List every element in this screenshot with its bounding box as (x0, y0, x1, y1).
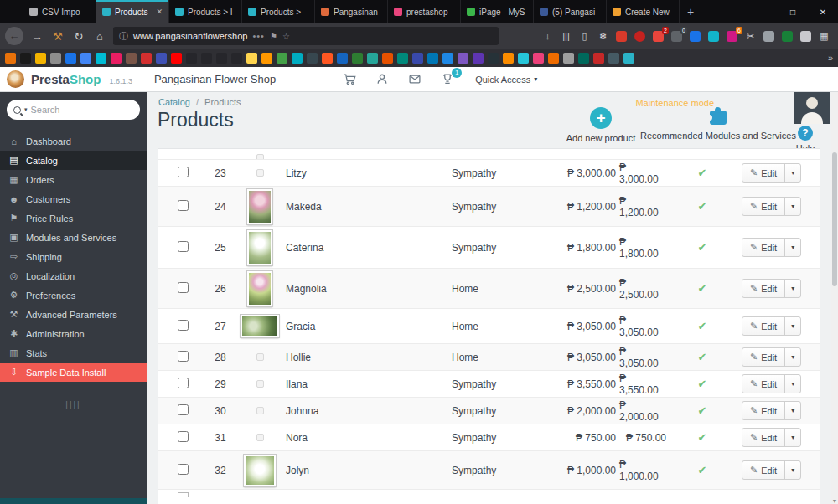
bookmark-icon[interactable] (261, 53, 272, 64)
edit-button[interactable]: ✎Edit ▾ (742, 279, 801, 298)
bookmark-icon[interactable] (307, 53, 318, 64)
minimize-button[interactable]: — (747, 0, 778, 23)
edit-dropdown-caret-icon[interactable]: ▾ (784, 198, 800, 215)
scrollbar-thumb[interactable] (832, 152, 837, 286)
browser-tab[interactable]: (5) Pangasi (534, 0, 607, 23)
pdf-icon[interactable] (616, 31, 627, 42)
bookmark-icon[interactable] (111, 53, 122, 64)
printer-ext-icon[interactable] (800, 31, 811, 42)
sidebar-item-catalog[interactable]: ▤ Catalog (0, 151, 147, 170)
row-checkbox[interactable] (178, 167, 189, 177)
bookmark-icon[interactable] (20, 53, 31, 64)
bookmark-icon[interactable] (442, 53, 453, 64)
sidebar-item-shipping[interactable]: ⇨ Shipping (0, 247, 147, 266)
site-info-icon[interactable]: ⓘ (119, 30, 128, 43)
bookmark-icon[interactable] (186, 53, 197, 64)
browser-tab[interactable]: iPage - MyS (461, 0, 534, 23)
edit-dropdown-caret-icon[interactable]: ▾ (784, 375, 800, 393)
row-checkbox[interactable] (178, 241, 189, 252)
scroll-down-arrow-icon[interactable]: ▼ (831, 498, 838, 504)
row-checkbox[interactable] (178, 351, 189, 362)
refresh-icon[interactable]: ↻ (71, 30, 86, 43)
blue-ext-icon[interactable] (690, 31, 701, 42)
bookmark-icon[interactable] (337, 53, 348, 64)
shop-name[interactable]: Pangasinan Flower Shop (154, 73, 276, 85)
sidebar-item-advanced-parameters[interactable]: ⚒ Advanced Parameters (0, 305, 147, 324)
edit-dropdown-caret-icon[interactable]: ▾ (784, 164, 800, 182)
edit-button[interactable]: ✎Edit ▾ (742, 428, 801, 447)
devtools-icon[interactable]: ⚒ (50, 30, 65, 43)
bookmark-icon[interactable] (50, 53, 61, 64)
recommended-modules-button[interactable]: Recommended Modules and Services (639, 111, 797, 141)
bookmark-icon[interactable] (126, 53, 137, 64)
edit-button[interactable]: ✎Edit ▾ (742, 347, 801, 367)
edit-button[interactable]: ✎Edit ▾ (742, 460, 801, 480)
sidebar-collapse-handle[interactable]: |||| (0, 400, 147, 409)
bookmark-icon[interactable] (382, 53, 393, 64)
bookmark-icon[interactable] (503, 53, 514, 64)
bookmark-icon[interactable] (608, 53, 619, 64)
edit-dropdown-caret-icon[interactable]: ▾ (784, 429, 800, 446)
bookmark-icon[interactable] (231, 53, 242, 64)
bookmark-icon[interactable] (518, 53, 529, 64)
bookmark-icon[interactable] (246, 53, 257, 64)
home-icon[interactable]: ⌂ (92, 30, 107, 43)
edit-button[interactable]: ✎Edit ▾ (742, 163, 801, 183)
badges-icon[interactable]: 1 (441, 73, 455, 85)
grid-ext-icon[interactable]: ▦ (819, 31, 830, 42)
bookmark-icon[interactable] (65, 53, 76, 64)
edit-button[interactable]: ✎Edit ▾ (742, 197, 801, 216)
green-ext-icon[interactable] (782, 31, 793, 42)
quick-access-dropdown[interactable]: Quick Access ▾ (475, 75, 537, 85)
browser-tab[interactable]: Products ✕ (96, 0, 169, 23)
edit-button[interactable]: ✎Edit ▾ (742, 374, 801, 393)
library-icon[interactable]: ||| (561, 31, 572, 42)
edit-button[interactable]: ✎Edit ▾ (742, 316, 801, 336)
bookmark-icon[interactable] (171, 53, 182, 64)
sidebar-item-preferences[interactable]: ⚙ Preferences (0, 285, 147, 305)
page-actions-icon[interactable]: ••• (252, 31, 265, 41)
cart-icon[interactable] (343, 73, 357, 85)
row-checkbox[interactable] (178, 404, 189, 415)
bookmarks-overflow-icon[interactable]: » (828, 53, 833, 63)
bookmark-icon[interactable] (201, 53, 212, 64)
bookmark-icon[interactable] (367, 53, 378, 64)
bookmark-icon[interactable] (488, 53, 499, 64)
sidebar-item-localization[interactable]: ◎ Localization (0, 266, 147, 285)
notifier-icon[interactable]: 2 (653, 31, 664, 42)
employee-avatar[interactable] (794, 92, 830, 124)
browser-tab[interactable]: prestashop (388, 0, 461, 23)
edit-dropdown-caret-icon[interactable]: ▾ (784, 461, 800, 479)
messages-icon[interactable] (408, 73, 422, 85)
browser-tab[interactable]: Create New (607, 0, 680, 23)
bookmark-icon[interactable] (292, 53, 303, 64)
bookmark-icon[interactable] (5, 53, 16, 64)
vertical-scrollbar[interactable]: ▼ (831, 92, 838, 504)
sidebar-item-stats[interactable]: ▥ Stats (0, 343, 147, 363)
bookmark-icon[interactable] (352, 53, 363, 64)
row-checkbox[interactable] (178, 320, 189, 331)
edit-dropdown-caret-icon[interactable]: ▾ (784, 280, 800, 297)
browser-tab[interactable]: Products > (242, 0, 315, 23)
row-checkbox[interactable] (178, 431, 189, 442)
search-scope-caret-icon[interactable]: ▾ (24, 106, 28, 113)
bookmark-icon[interactable] (35, 53, 46, 64)
bookmark-icon[interactable] (96, 53, 106, 64)
bookmark-icon[interactable] (578, 53, 589, 64)
sidebar-item-administration[interactable]: ✱ Administration (0, 324, 147, 343)
row-checkbox[interactable] (178, 492, 189, 497)
address-bar[interactable]: ⓘ www.pangasinanflowershop ••• ⚑ ☆ (113, 27, 499, 45)
bookmark-icon[interactable] (548, 53, 559, 64)
add-new-product-button[interactable]: + Add new product (551, 107, 651, 143)
browser-tab[interactable]: Pangasinan (315, 0, 388, 23)
breadcrumb-catalog[interactable]: Catalog (158, 97, 190, 107)
new-tab-button[interactable]: + (680, 0, 701, 23)
sidebar-item-sample-data-install[interactable]: ⇩ Sample Data Install (0, 363, 147, 382)
mail-ext-icon[interactable]: 6 (727, 31, 737, 42)
bookmark-icon[interactable] (277, 53, 287, 64)
close-button[interactable]: ✕ (808, 0, 838, 23)
sidebar-item-customers[interactable]: ☻ Customers (0, 189, 147, 208)
back-icon[interactable]: ← (5, 27, 23, 45)
url-text[interactable]: www.pangasinanflowershop (133, 31, 247, 41)
row-checkbox[interactable] (178, 200, 189, 211)
